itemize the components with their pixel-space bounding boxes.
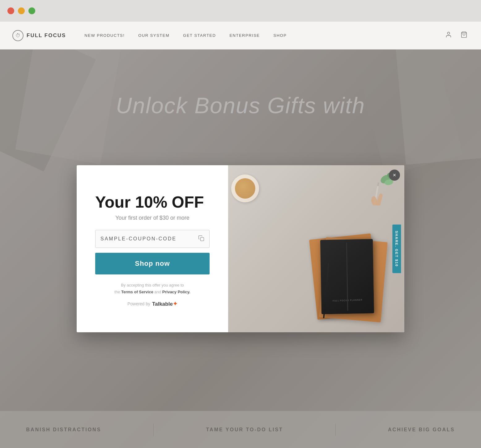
navbar: ⏱ FULL FOCUS NEW PRODUCTS! OUR SYSTEM GE… [0,22,481,50]
terms-and: and [154,290,161,294]
logo-text: FULL FOCUS [27,32,66,39]
powered-by: Powered by Talkable✦ [127,300,177,307]
side-tab[interactable]: SHARE. GET $10 [393,225,401,273]
side-tab-label: SHARE. GET $10 [395,231,399,267]
nav-link-new-products[interactable]: NEW PRODUCTS! [84,33,125,38]
titlebar [0,0,481,22]
svg-rect-2 [201,237,204,241]
modal-overlay: Your 10% OFF Your first order of $30 or … [0,50,481,448]
terms-the: the [114,290,120,294]
svg-rect-7 [377,182,379,186]
terms-text: By accepting this offer you agree to the… [114,282,190,295]
copy-icon [198,235,204,243]
nav-icons [444,30,469,41]
nav-link-shop[interactable]: SHOP [273,33,287,38]
privacy-policy-link[interactable]: Privacy Policy. [162,290,190,294]
traffic-light-yellow[interactable] [18,7,25,14]
site-logo[interactable]: ⏱ FULL FOCUS [12,30,66,41]
logo-icon: ⏱ [12,30,23,41]
nav-links: NEW PRODUCTS! OUR SYSTEM GET STARTED ENT… [84,33,444,38]
modal-title: Your 10% OFF [95,193,210,211]
powered-by-label: Powered by [127,301,150,306]
coffee-inside [235,178,255,199]
shop-now-button[interactable]: Shop now [95,253,210,274]
modal-left-panel: Your 10% OFF Your first order of $30 or … [77,165,228,332]
clock-icon: ⏱ [15,33,20,38]
traffic-light-green[interactable] [28,7,35,14]
modal-close-button[interactable]: × [389,170,400,181]
coupon-code-box[interactable]: SAMPLE-COUPON-CODE [95,230,210,248]
nav-link-enterprise[interactable]: ENTERPRISE [229,33,260,38]
coupon-code-text: SAMPLE-COUPON-CODE [100,236,177,242]
modal: Your 10% OFF Your first order of $30 or … [77,165,404,332]
modal-subtitle: Your first order of $30 or more [115,215,189,221]
hand-with-pen [364,181,389,219]
nav-link-our-system[interactable]: OUR SYSTEM [138,33,169,38]
nav-link-get-started[interactable]: GET STARTED [183,33,216,38]
talkable-dot: ✦ [173,301,177,307]
talkable-brand: Talkable✦ [152,300,177,307]
traffic-light-red[interactable] [7,7,14,14]
terms-line1: By accepting this offer you agree to [121,283,184,287]
coffee-cup [231,174,259,202]
terms-of-service-link[interactable]: Terms of Service [121,290,153,294]
modal-right-panel: FULL FOCUS PLANNER FULL FOCUS PLANNER × [228,165,404,332]
account-icon-button[interactable] [444,30,453,41]
svg-point-0 [447,32,449,34]
close-icon: × [393,172,396,179]
cart-icon-button[interactable] [459,30,469,41]
talkable-text: Talkable [152,301,173,307]
